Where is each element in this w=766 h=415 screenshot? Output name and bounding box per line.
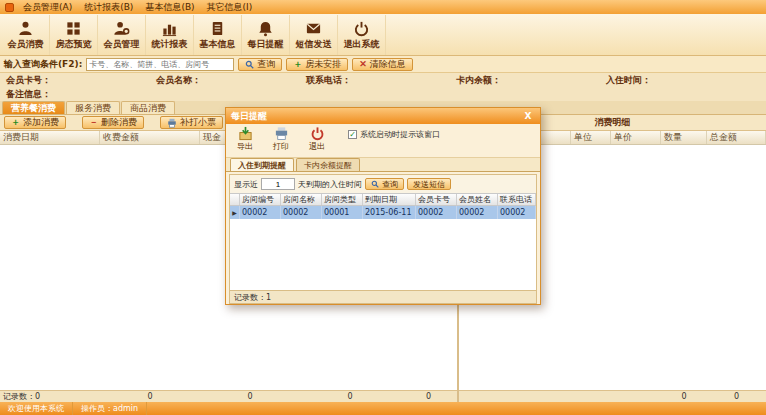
col-room-name: 房间名称 (281, 194, 322, 205)
toolbar-label: 短信发送 (296, 38, 332, 51)
total-other: 0 (400, 392, 457, 401)
menu-basic-info[interactable]: 基本信息(B) (139, 0, 200, 14)
toolbar-label: 房态预览 (56, 38, 92, 51)
toolbar-label: 基本信息 (200, 38, 236, 51)
search-icon (245, 60, 254, 69)
total-cash: 0 (200, 392, 300, 401)
search-button[interactable]: 查询 (238, 58, 282, 71)
col-contact-phone: 联系电话 (498, 194, 536, 205)
query-input[interactable] (86, 58, 234, 71)
reminder-grid-row[interactable]: ▶ 00002 00002 00001 2015-06-11 00002 000… (230, 206, 536, 219)
bell-icon (257, 20, 274, 37)
expiry-filter-row: 显示近 天到期的入住时间 查询 发送短信 (230, 175, 536, 193)
room-status-icon (65, 20, 82, 37)
delete-consume-label: 删除消费 (101, 116, 137, 129)
delete-consume-button[interactable]: － 删除消费 (82, 116, 144, 129)
cell-expiry-date: 2015-06-11 (363, 206, 416, 219)
report-icon (161, 20, 178, 37)
checkin-time-label: 入住时间： (606, 74, 756, 87)
status-operator: 操作员：admin (73, 402, 147, 415)
menu-member-manage[interactable]: 会员管理(A) (17, 0, 78, 14)
main-toolbar: 会员消费 房态预览 会员管理 统计报表 基本信息 每日提醒 短信发送 退出系统 (0, 14, 766, 56)
cell-room-type: 00001 (322, 206, 363, 219)
print-button[interactable]: 打印 (266, 126, 296, 152)
toolbar-basic-info[interactable]: 基本信息 (194, 15, 242, 55)
export-button[interactable]: 导出 (230, 126, 260, 152)
plus-icon: ＋ (11, 116, 20, 129)
startup-prompt-label: 系统启动时提示该窗口 (360, 129, 440, 140)
dialog-close-button[interactable]: X (521, 110, 535, 122)
clear-info-button[interactable]: ✕ 清除信息 (352, 58, 413, 71)
tab-meal-consume[interactable]: 营养餐消费 (2, 101, 65, 114)
envelope-icon (305, 20, 322, 37)
search-icon (371, 180, 379, 188)
toolbar-exit-system[interactable]: 退出系统 (338, 15, 386, 55)
toolbar-member-manage[interactable]: 会员管理 (98, 15, 146, 55)
col-total-amount: 总金额 (707, 131, 766, 144)
toolbar-label: 会员消费 (8, 38, 44, 51)
col-room-type: 房间类型 (322, 194, 363, 205)
tab-goods-consume[interactable]: 商品消费 (121, 101, 175, 114)
cell-contact-phone: 00002 (498, 206, 536, 219)
reprint-ticket-button[interactable]: 补打小票 (160, 116, 223, 129)
card-no-label: 会员卡号： (6, 74, 156, 87)
dialog-exit-label: 退出 (309, 141, 325, 152)
dialog-record-count: 记录数：1 (230, 290, 536, 303)
reminder-grid-header: 房间编号 房间名称 房间类型 到期日期 会员卡号 会员姓名 联系电话 (230, 193, 536, 206)
total-money: 0 (707, 392, 766, 401)
checkbox-check-icon: ✓ (348, 130, 357, 139)
printer-icon (167, 118, 177, 128)
add-consume-button[interactable]: ＋ 添加消费 (4, 116, 66, 129)
filter-suffix-label: 天到期的入住时间 (298, 179, 362, 190)
col-unit-price: 单价 (611, 131, 661, 144)
clear-icon: ✕ (359, 59, 367, 69)
tab-service-consume[interactable]: 服务消费 (66, 101, 120, 114)
send-sms-button[interactable]: 发送短信 (407, 178, 451, 190)
dialog-title-bar[interactable]: 每日提醒 X (226, 108, 540, 124)
toolbar-daily-reminder[interactable]: 每日提醒 (242, 15, 290, 55)
room-arrange-label: 房未安排 (305, 58, 341, 71)
toolbar-member-consume[interactable]: 会员消费 (2, 15, 50, 55)
cell-room-no: 00002 (240, 206, 281, 219)
toolbar-label: 会员管理 (104, 38, 140, 51)
total-charge: 0 (100, 392, 200, 401)
balance-label: 卡内余额： (456, 74, 606, 87)
startup-prompt-checkbox[interactable]: ✓ 系统启动时提示该窗口 (348, 129, 440, 140)
member-manage-icon (113, 20, 130, 37)
menu-bar: 会员管理(A) 统计报表(B) 基本信息(B) 其它信息(I) (0, 0, 766, 14)
cell-room-name: 00002 (281, 206, 322, 219)
dialog-tabstrip: 入住到期提醒 卡内余额提醒 (226, 158, 540, 172)
col-room-no: 房间编号 (240, 194, 281, 205)
member-consume-icon (17, 20, 34, 37)
toolbar-room-status[interactable]: 房态预览 (50, 15, 98, 55)
days-input[interactable] (261, 178, 295, 190)
room-arrange-button[interactable]: ＋ 房未安排 (286, 58, 348, 71)
member-name-label: 会员名称： (156, 74, 306, 87)
col-unit: 单位 (571, 131, 611, 144)
search-button-label: 查询 (257, 58, 275, 71)
power-icon (310, 126, 325, 141)
reminder-grid-body[interactable] (230, 219, 536, 290)
dialog-search-button[interactable]: 查询 (365, 178, 404, 190)
status-bar: 欢迎使用本系统 操作员：admin (0, 402, 766, 415)
col-expiry-date: 到期日期 (363, 194, 416, 205)
tab-card-balance[interactable]: 卡内余额提醒 (296, 158, 360, 171)
power-icon (353, 20, 370, 37)
menu-other-info[interactable]: 其它信息(I) (201, 0, 259, 14)
remark-row: 备注信息： (0, 88, 766, 101)
query-label: 输入查询条件(F2): (4, 58, 82, 71)
dialog-title: 每日提醒 (231, 110, 267, 123)
cell-member-name: 00002 (457, 206, 498, 219)
dialog-exit-button[interactable]: 退出 (302, 126, 332, 152)
app-icon (5, 3, 14, 12)
printer-icon (274, 126, 289, 141)
record-count: 记录数：0 (0, 391, 100, 402)
toolbar-sms-send[interactable]: 短信发送 (290, 15, 338, 55)
query-bar: 输入查询条件(F2): 查询 ＋ 房未安排 ✕ 清除信息 (0, 56, 766, 73)
app-window: 会员管理(A) 统计报表(B) 基本信息(B) 其它信息(I) 会员消费 房态预… (0, 0, 766, 415)
col-charge-amount: 收费金额 (100, 131, 200, 144)
toolbar-report[interactable]: 统计报表 (146, 15, 194, 55)
col-member-name: 会员姓名 (457, 194, 498, 205)
menu-report[interactable]: 统计报表(B) (78, 0, 139, 14)
tab-checkin-expiry[interactable]: 入住到期提醒 (230, 158, 294, 171)
